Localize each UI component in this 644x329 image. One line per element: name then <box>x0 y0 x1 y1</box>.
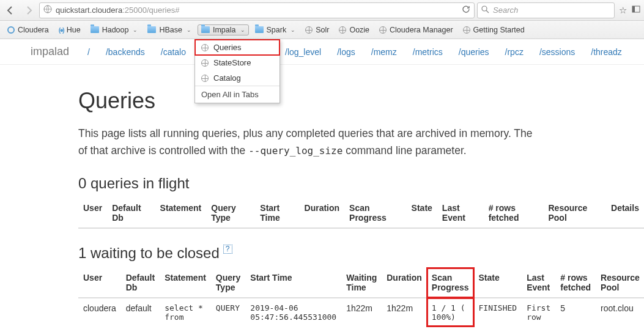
cell-scan: 1 / 1 ( 100%) <box>427 298 474 327</box>
dropdown-item-statestore[interactable]: StateStore <box>195 55 279 70</box>
folder-icon <box>147 26 156 33</box>
bookmark-star-icon[interactable]: ☆ <box>617 5 628 16</box>
cell-last: First row <box>522 298 555 327</box>
page-title: Queries <box>78 88 644 114</box>
page-body: impalad / /backends /catalo /log_level /… <box>0 39 644 327</box>
bookmark-oozie[interactable]: Oozie <box>335 24 373 35</box>
dropdown-item-catalog[interactable]: Catalog <box>195 70 279 86</box>
globe-icon <box>201 59 209 67</box>
cell-qtype: QUERY <box>211 298 245 327</box>
col-duration: Duration <box>382 268 427 298</box>
bookmark-cloudera-manager[interactable]: Cloudera Manager <box>376 24 457 35</box>
bookmark-hadoop[interactable]: Hadoop ⌄ <box>87 24 142 35</box>
cell-pool: root.clou <box>596 298 644 327</box>
col-defaultdb: Default Db <box>121 268 160 298</box>
globe-icon <box>379 26 387 34</box>
col-statement: Statement <box>160 268 211 298</box>
bookmark-label: Spark <box>267 26 287 34</box>
desc-text: This page lists all running queries, plu… <box>78 127 533 139</box>
nav-logs[interactable]: /logs <box>337 47 355 57</box>
waiting-table: User Default Db Statement Query Type Sta… <box>78 268 644 327</box>
nav-rpcz[interactable]: /rpcz <box>505 47 524 57</box>
nav-queries[interactable]: /queries <box>459 47 489 57</box>
col-user: User <box>78 268 121 298</box>
brand: impalad <box>31 45 69 58</box>
bookmark-label: HBase <box>159 26 182 34</box>
reload-button[interactable] <box>462 5 470 15</box>
dropdown-open-all[interactable]: Open All in Tabs <box>195 86 279 103</box>
col-starttime: Start Time <box>245 268 341 298</box>
cell-wait: 1h22m <box>341 298 382 327</box>
folder-icon <box>255 26 264 33</box>
bookmark-label: Impala <box>213 26 236 34</box>
url-text: quickstart.cloudera:25000/queries# <box>56 6 458 15</box>
nav-metrics[interactable]: /metrics <box>413 47 443 57</box>
col-user: User <box>78 198 107 228</box>
col-starttime: Start Time <box>255 198 299 228</box>
globe-icon <box>305 26 313 34</box>
bookmark-spark[interactable]: Spark ⌄ <box>251 24 300 35</box>
bookmark-label: Hue <box>67 26 81 34</box>
cell-dur: 1h22m <box>382 298 427 327</box>
desc-code: --query_log_size <box>248 145 342 157</box>
dropdown-label: Queries <box>213 43 242 52</box>
bookmark-hue[interactable]: (●) Hue <box>55 24 84 35</box>
bookmark-label: Cloudera <box>18 26 49 34</box>
svg-rect-3 <box>632 6 635 12</box>
help-hint[interactable]: ? <box>223 245 232 254</box>
nav-loglevel[interactable]: /log_level <box>285 47 321 57</box>
back-button[interactable] <box>2 2 18 18</box>
cell-user: cloudera <box>78 298 121 327</box>
search-box[interactable]: Search <box>477 2 615 18</box>
table-row[interactable]: cloudera default select * from QUERY 201… <box>78 298 644 327</box>
globe-icon <box>463 26 470 34</box>
desc-text: of that archive is controlled with the <box>78 144 248 157</box>
content-area: Queries This page lists all running quer… <box>0 65 644 327</box>
col-state: State <box>407 198 437 228</box>
bookmark-label: Oozie <box>349 26 369 34</box>
address-bar[interactable]: quickstart.cloudera:25000/queries# <box>39 2 475 18</box>
col-resourcepool: Resource Pool <box>596 268 644 298</box>
nav-memz[interactable]: /memz <box>371 47 397 57</box>
bookmark-solr[interactable]: Solr <box>302 24 333 35</box>
nav-sessions[interactable]: /sessions <box>539 47 575 57</box>
nav-threadz[interactable]: /threadz <box>591 47 622 57</box>
cell-statement: select * from <box>160 298 211 327</box>
col-querytype: Query Type <box>211 268 245 298</box>
col-lastevent: Last Event <box>522 268 555 298</box>
bookmark-label: Getting Started <box>473 26 525 34</box>
cell-state: FINISHED <box>474 298 522 327</box>
svg-point-1 <box>482 6 487 11</box>
nav-backends[interactable]: /backends <box>106 47 145 57</box>
cell-rows: 5 <box>555 298 596 327</box>
bookmark-label: Cloudera Manager <box>390 26 453 34</box>
heading-inflight: 0 queries in flight <box>78 175 644 192</box>
table-header-row: User Default Db Statement Query Type Sta… <box>78 198 644 228</box>
cloudera-icon <box>7 26 15 34</box>
dropdown-label: Catalog <box>213 73 241 83</box>
bookmark-getting-started[interactable]: Getting Started <box>459 24 528 35</box>
col-lastevent: Last Event <box>437 198 484 228</box>
col-scanprogress: Scan Progress <box>344 198 407 228</box>
col-defaultdb: Default Db <box>107 198 155 228</box>
nav-catalog[interactable]: /catalo <box>161 47 186 57</box>
globe-icon <box>201 75 209 82</box>
dropdown-item-queries[interactable]: Queries <box>195 40 279 55</box>
col-state: State <box>474 268 522 298</box>
col-statement: Statement <box>155 198 207 228</box>
site-topnav: impalad / /backends /catalo /log_level /… <box>0 39 644 65</box>
nav-root[interactable]: / <box>87 47 90 57</box>
chevron-down-icon: ⌄ <box>240 27 245 33</box>
impala-dropdown: Queries StateStore Catalog Open All in T… <box>194 39 280 103</box>
sidebar-icon[interactable] <box>631 5 642 15</box>
bookmark-label: Hadoop <box>102 26 129 34</box>
bookmark-impala[interactable]: Impala ⌄ <box>198 24 249 35</box>
bookmark-hbase[interactable]: HBase ⌄ <box>144 24 195 35</box>
forward-button[interactable] <box>21 2 37 18</box>
bookmarks-bar: Cloudera (●) Hue Hadoop ⌄ HBase ⌄ Impala… <box>0 21 644 39</box>
cell-db: default <box>121 298 160 327</box>
globe-icon <box>339 26 346 34</box>
cell-start: 2019-04-06 05:47:56.445531000 <box>245 298 341 327</box>
bookmark-cloudera[interactable]: Cloudera <box>4 24 53 35</box>
col-details: Details <box>606 198 644 228</box>
